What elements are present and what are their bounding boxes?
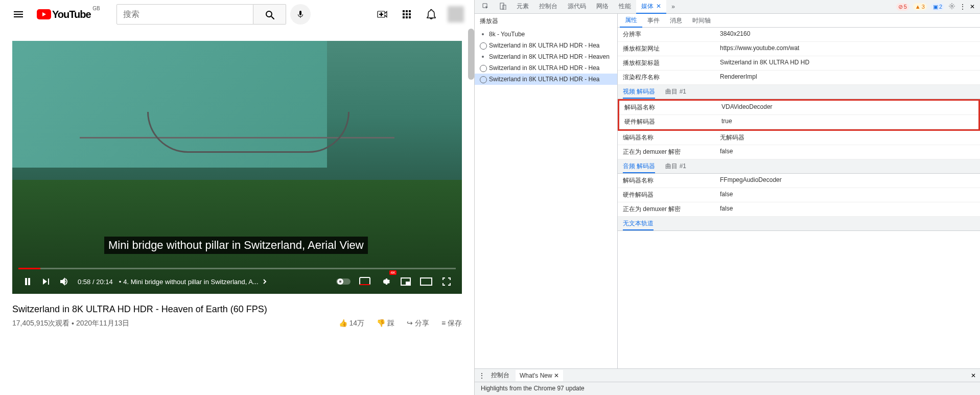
property-row: 正在为 demuxer 解密false bbox=[618, 145, 980, 159]
devtools-tab-网络[interactable]: 网络 bbox=[591, 0, 614, 14]
gear-icon bbox=[380, 276, 390, 287]
bell-icon bbox=[426, 9, 437, 20]
avatar bbox=[448, 6, 464, 22]
miniplayer-icon bbox=[401, 277, 411, 286]
theater-button[interactable] bbox=[417, 272, 435, 291]
miniplayer-button[interactable] bbox=[396, 272, 415, 291]
search-form bbox=[116, 4, 311, 25]
player-item[interactable]: Switzerland in 8K ULTRA HD HDR - Hea bbox=[475, 62, 617, 74]
devtools-tab-控制台[interactable]: 控制台 bbox=[534, 0, 563, 14]
property-row: 分辨率3840x2160 bbox=[618, 28, 980, 42]
toggle-icon bbox=[336, 277, 353, 286]
pause-icon bbox=[22, 276, 33, 287]
subtab-属性[interactable]: 属性 bbox=[620, 14, 642, 28]
property-value: false bbox=[720, 191, 975, 199]
property-value: 无解码器 bbox=[720, 133, 975, 142]
inspect-icon bbox=[482, 3, 489, 10]
save-button[interactable]: ≡ 保存 bbox=[441, 319, 462, 328]
info-badge[interactable]: ▣ 2 bbox=[931, 3, 944, 11]
apps-button[interactable] bbox=[396, 4, 417, 25]
svg-point-9 bbox=[951, 5, 953, 7]
player-item[interactable]: 8k - YouTube bbox=[475, 29, 617, 40]
quality-badge: 4K bbox=[389, 270, 396, 275]
property-value: RendererImpl bbox=[720, 73, 975, 82]
autoplay-toggle[interactable] bbox=[335, 272, 354, 291]
search-button[interactable] bbox=[253, 4, 286, 25]
property-key: 解码器名称 bbox=[623, 176, 720, 185]
search-input[interactable] bbox=[116, 4, 253, 25]
inspect-button[interactable] bbox=[477, 1, 494, 13]
close-devtools[interactable]: ✕ bbox=[970, 3, 975, 10]
devtools-tab-源代码[interactable]: 源代码 bbox=[563, 0, 591, 14]
property-row: 编码器名称无解码器 bbox=[618, 131, 980, 145]
close-icon[interactable]: ✕ bbox=[554, 372, 559, 379]
property-key: 渲染程序名称 bbox=[623, 73, 720, 82]
devtools-tab-性能[interactable]: 性能 bbox=[614, 0, 636, 14]
settings-button[interactable]: 4K bbox=[376, 272, 394, 291]
subtitles-button[interactable] bbox=[356, 272, 374, 291]
property-row: 渲染程序名称RendererImpl bbox=[618, 71, 980, 85]
property-row: 硬件解码器false bbox=[618, 188, 980, 202]
chevron-right-icon bbox=[261, 277, 269, 286]
microphone-icon bbox=[296, 10, 305, 19]
drawer-close[interactable]: ✕ bbox=[971, 372, 976, 379]
error-badge[interactable]: ⊘ 5 bbox=[896, 3, 909, 11]
drawer-tab-whatsnew[interactable]: What's New ✕ bbox=[516, 370, 563, 381]
chapter-display[interactable]: • 4. Mini bridge without pillar in Switz… bbox=[119, 277, 269, 286]
volume-button[interactable] bbox=[55, 272, 74, 291]
svg-rect-2 bbox=[360, 277, 370, 285]
property-row: 硬件解码器true bbox=[619, 115, 978, 129]
property-value: false bbox=[720, 205, 975, 214]
svg-rect-7 bbox=[500, 3, 504, 9]
subtab-时间轴[interactable]: 时间轴 bbox=[687, 14, 716, 27]
drawer-tab-console[interactable]: 控制台 bbox=[491, 371, 509, 380]
property-row: 播放框架标题Switzerland in 8K ULTRA HD HD bbox=[618, 56, 980, 71]
players-panel: 播放器 8k - YouTubeSwitzerland in 8K ULTRA … bbox=[475, 14, 618, 368]
property-key: 播放框架标题 bbox=[623, 59, 720, 67]
subtab-事件[interactable]: 事件 bbox=[642, 14, 665, 27]
like-button[interactable]: 👍 14万 bbox=[339, 319, 364, 328]
scrollbar[interactable] bbox=[468, 29, 474, 182]
player-item[interactable]: Switzerland in 8K ULTRA HD HDR - Hea bbox=[475, 40, 617, 51]
properties-panel: 属性事件消息时间轴 分辨率3840x2160播放框架网址https://www.… bbox=[618, 14, 980, 368]
property-row: 解码器名称VDAVideoDecoder bbox=[619, 101, 978, 115]
hamburger-icon bbox=[12, 8, 25, 20]
devtools-tabs: 元素控制台源代码网络性能媒体 ✕ » ⊘ 5 ▲ 3 ▣ 2 ⋮ ✕ bbox=[475, 0, 980, 14]
warning-badge[interactable]: ▲ 3 bbox=[913, 3, 927, 10]
dislike-button[interactable]: 👎 踩 bbox=[377, 319, 394, 328]
players-header: 播放器 bbox=[475, 14, 617, 29]
player-item[interactable]: Switzerland in 8K ULTRA HD HDR - Heaven bbox=[475, 51, 617, 62]
property-row: 正在为 demuxer 解密false bbox=[618, 202, 980, 217]
devtools-tab-媒体[interactable]: 媒体 ✕ bbox=[636, 0, 666, 14]
device-button[interactable] bbox=[494, 1, 511, 13]
settings-button[interactable] bbox=[948, 3, 955, 11]
account-button[interactable] bbox=[446, 4, 466, 25]
notifications-button[interactable] bbox=[421, 4, 441, 25]
more-button[interactable]: ⋮ bbox=[960, 3, 966, 10]
player-item[interactable]: Switzerland in 8K ULTRA HD HDR - Hea bbox=[475, 74, 617, 85]
create-icon bbox=[376, 8, 388, 20]
fullscreen-button[interactable] bbox=[437, 272, 456, 291]
next-button[interactable] bbox=[37, 272, 55, 291]
more-tabs[interactable]: » bbox=[666, 1, 680, 12]
devtools-tab-元素[interactable]: 元素 bbox=[511, 0, 534, 14]
property-key: 硬件解码器 bbox=[623, 191, 720, 199]
volume-icon bbox=[59, 276, 70, 287]
share-button[interactable]: ↪ 分享 bbox=[407, 319, 429, 328]
devtools-panel: 元素控制台源代码网络性能媒体 ✕ » ⊘ 5 ▲ 3 ▣ 2 ⋮ ✕ 播放器 8… bbox=[474, 0, 980, 395]
video-player[interactable]: Mini bridge without pillar in Switzerlan… bbox=[12, 41, 462, 294]
next-icon bbox=[41, 276, 51, 287]
youtube-page: YouTube GB Mini bridge without pillar in… bbox=[0, 0, 474, 395]
apps-icon bbox=[402, 9, 412, 19]
subtab-消息[interactable]: 消息 bbox=[665, 14, 687, 27]
create-button[interactable] bbox=[372, 4, 392, 25]
youtube-logo[interactable]: YouTube GB bbox=[37, 9, 91, 20]
logo-text: YouTube bbox=[52, 9, 91, 20]
property-key: 编码器名称 bbox=[623, 133, 720, 142]
drawer-menu[interactable]: ⋮ bbox=[479, 372, 485, 379]
svg-rect-3 bbox=[360, 284, 370, 285]
voice-search-button[interactable] bbox=[290, 4, 311, 25]
close-icon[interactable]: ✕ bbox=[655, 3, 661, 10]
pause-button[interactable] bbox=[18, 272, 37, 291]
menu-button[interactable] bbox=[8, 4, 29, 25]
